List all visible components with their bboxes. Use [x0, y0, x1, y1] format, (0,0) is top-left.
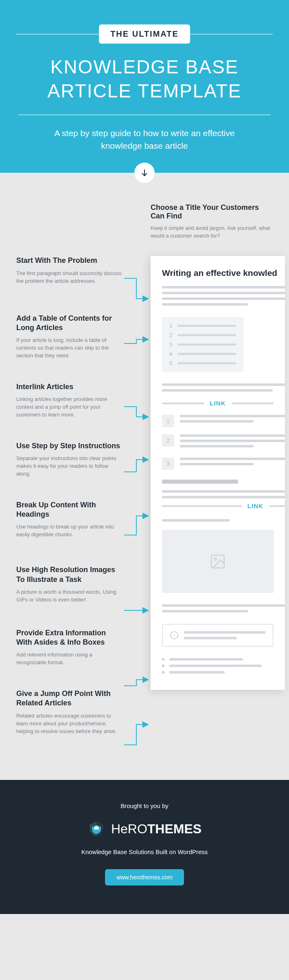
- text-line: [162, 383, 285, 386]
- related-list: [162, 658, 285, 674]
- toc-line: [177, 334, 236, 336]
- list-item: [162, 658, 285, 661]
- mockup-column: Writing an effective knowled 1 2 3 4 5: [151, 256, 285, 755]
- step-num: 3: [162, 458, 174, 470]
- text-line: [162, 389, 273, 392]
- toc-item: 4: [169, 351, 236, 357]
- step-body: Separate your instructions into clear po…: [16, 455, 123, 478]
- step-title: Add a Table of Contents for Long Article…: [16, 314, 123, 333]
- arrow-down-icon: [140, 168, 149, 177]
- toc-num: 4: [169, 351, 173, 357]
- shield-icon: [88, 820, 105, 838]
- step-title: Start With The Problem: [16, 256, 123, 265]
- footer-tagline: Knowledge Base Solutions Built on WordPr…: [16, 848, 273, 855]
- step-title: Break Up Content With Headings: [16, 500, 123, 520]
- toc-item: 3: [169, 341, 236, 348]
- text-line: [180, 458, 285, 460]
- step-6: Use High Resolution Images To Illustrate…: [16, 565, 130, 603]
- text-line: [162, 292, 285, 294]
- paragraph-block: [162, 490, 285, 498]
- toc-item: 5: [169, 360, 236, 366]
- main-row: Start With The ProblemThe first paragrap…: [16, 256, 273, 755]
- step-title: Choose a Title Your Customers Can Find: [151, 203, 273, 220]
- subtitle: A step by step guide to how to write an …: [39, 127, 250, 152]
- list-item: [162, 671, 285, 674]
- step-row: 1: [162, 415, 285, 427]
- text-line: [180, 463, 254, 465]
- image-icon: [209, 553, 226, 570]
- step-7: Provide Extra Information With Asides & …: [16, 628, 130, 667]
- paragraph-block: [162, 286, 285, 306]
- link-label: LINK: [247, 502, 263, 509]
- step-body: Linking articles together provides more …: [16, 396, 123, 419]
- toc-num: 5: [169, 360, 173, 366]
- text-line: [162, 610, 248, 612]
- step-body: A picture is worth a thousand words. Usi…: [16, 588, 123, 604]
- text-line: [162, 519, 230, 522]
- mockup-title: Writing an effective knowled: [162, 268, 285, 278]
- paragraph-block: [162, 383, 285, 392]
- steps-column: Start With The ProblemThe first paragrap…: [16, 256, 130, 755]
- step-title: Provide Extra Information With Asides & …: [16, 628, 123, 647]
- toc-line: [177, 362, 236, 364]
- text-line: [180, 415, 285, 417]
- rule: [232, 403, 274, 404]
- toc-block: 1 2 3 4 5: [162, 317, 243, 372]
- step-num: 1: [162, 415, 174, 427]
- text-line: [180, 445, 254, 447]
- numbered-steps: 1 2 3: [162, 415, 285, 470]
- step-title: Use Step by Step Instructions: [16, 441, 123, 451]
- footer-byline: Brought to you by: [16, 802, 273, 809]
- badge-row: THE ULTIMATE: [16, 24, 273, 44]
- text-line: [169, 658, 243, 661]
- image-placeholder: [162, 530, 274, 593]
- step-title: Interlink Articles: [16, 382, 123, 392]
- step-title: Use High Resolution Images To Illustrate…: [16, 565, 123, 584]
- step-body: The first paragraph should succinctly di…: [16, 270, 123, 285]
- badge: THE ULTIMATE: [99, 24, 190, 44]
- step-num: 2: [162, 434, 174, 447]
- brand-logo: HeROTHEMES: [16, 820, 273, 838]
- toc-line: [177, 353, 236, 355]
- down-arrow-badge: [134, 163, 155, 183]
- text-line: [162, 286, 285, 288]
- inline-link-block: LINK: [162, 502, 285, 509]
- step-row: 3: [162, 458, 285, 470]
- footer: Brought to you by HeROTHEMES Knowledge B…: [0, 780, 289, 914]
- brand-name: HeROTHEMES: [111, 821, 201, 837]
- step-body: Related articles encourage customers to …: [16, 712, 123, 736]
- toc-item: 2: [169, 332, 236, 338]
- info-icon: i: [170, 631, 178, 639]
- text-line: [162, 496, 285, 498]
- url-button[interactable]: www.herothemes.com: [105, 869, 184, 885]
- step-1: Start With The ProblemThe first paragrap…: [16, 256, 130, 285]
- bullet-icon: [162, 671, 164, 674]
- info-box: i: [162, 624, 274, 647]
- heading-bar: [162, 480, 238, 484]
- text-line: [162, 303, 248, 306]
- main-title: KNOWLEDGE BASE ARTICLE TEMPLATE: [16, 55, 273, 103]
- toc-num: 3: [169, 341, 173, 348]
- text-line: [162, 604, 285, 607]
- step-body: Use headings to break up your article in…: [16, 523, 123, 539]
- rule-left: [16, 34, 99, 35]
- text-line: [162, 505, 242, 507]
- brand-thin: HeRO: [111, 821, 147, 836]
- toc-num: 1: [169, 323, 173, 329]
- step-top: Choose a Title Your Customers Can Find K…: [151, 203, 273, 240]
- text-line: [184, 631, 265, 634]
- toc-line: [177, 344, 236, 346]
- interlink-block: LINK: [162, 400, 285, 407]
- body: Choose a Title Your Customers Can Find K…: [0, 183, 289, 780]
- title-line-1: KNOWLEDGE BASE: [50, 56, 239, 77]
- step-8: Give a Jump Off Point With Related Artic…: [16, 689, 130, 735]
- step-row: 2: [162, 434, 285, 450]
- header: THE ULTIMATE KNOWLEDGE BASE ARTICLE TEMP…: [0, 0, 289, 173]
- step-2: Add a Table of Contents for Long Article…: [16, 314, 130, 360]
- step-body: If your article is long, include a table…: [16, 337, 123, 360]
- bullet-icon: [162, 665, 164, 667]
- rule: [162, 403, 204, 404]
- toc-line: [177, 325, 236, 327]
- text-line: [169, 671, 225, 674]
- step-5: Break Up Content With HeadingsUse headin…: [16, 500, 130, 539]
